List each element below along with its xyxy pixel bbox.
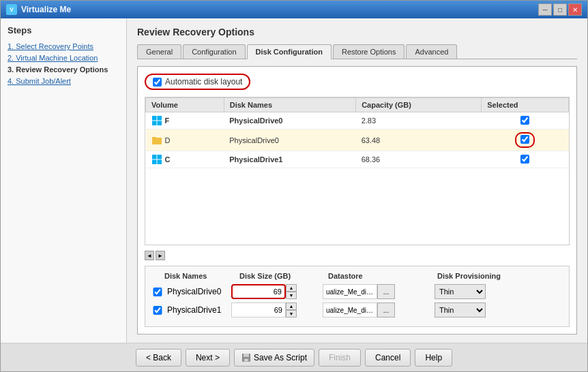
table-row: C PhysicalDrive1 68.36 — [146, 151, 569, 168]
cell-volume-d: D — [146, 129, 224, 151]
cancel-button[interactable]: Cancel — [365, 349, 411, 367]
title-controls: ─ □ ✕ — [538, 3, 582, 16]
window-title: Virtualize Me — [21, 5, 71, 14]
header-disk-names: Disk Names — [164, 272, 239, 280]
tab-disk-configuration[interactable]: Disk Configuration — [247, 44, 332, 59]
close-button[interactable]: ✕ — [568, 3, 582, 16]
cell-capacity-c: 68.36 — [356, 151, 482, 168]
provisioning-select-1[interactable]: Thin Thick — [435, 303, 486, 317]
sidebar-item-step4[interactable]: 4. Submit Job/Alert — [8, 77, 119, 85]
spinner-up-1[interactable]: ▲ — [286, 303, 297, 310]
provisioning-group-1: Thin Thick — [435, 303, 563, 317]
list-item: PhysicalDrive1 ▲ ▼ ... — [151, 303, 563, 317]
panel-title: Review Recovery Options — [137, 27, 577, 37]
tab-bar: General Configuration Disk Configuration… — [137, 44, 577, 59]
datastore-input-1[interactable] — [323, 303, 377, 317]
right-panel: Review Recovery Options General Configur… — [127, 18, 587, 343]
floppy-icon — [241, 353, 251, 362]
svg-rect-1 — [157, 116, 162, 121]
help-button[interactable]: Help — [415, 349, 452, 367]
bottom-checkbox-1[interactable] — [151, 306, 164, 315]
sidebar: Steps 1. Select Recovery Points 2. Virtu… — [1, 18, 127, 343]
footer: < Back Next > Save As Script Finish Canc… — [1, 343, 587, 371]
main-content: Steps 1. Select Recovery Points 2. Virtu… — [1, 18, 587, 343]
datastore-input-0[interactable] — [323, 284, 377, 299]
disk-table: Volume Disk Names Capacity (GB) Selected — [145, 97, 569, 168]
disk-table-wrapper: Volume Disk Names Capacity (GB) Selected — [145, 97, 570, 245]
bottom-disk-name-0: PhysicalDrive0 — [167, 287, 229, 296]
spinner-btns-0: ▲ ▼ — [286, 284, 297, 299]
provisioning-group-0: Thin Thick — [435, 284, 563, 299]
header-provisioning: Disk Provisioning — [437, 272, 563, 280]
save-script-label: Save As Script — [254, 353, 307, 362]
folder-icon — [151, 135, 162, 146]
save-script-button[interactable]: Save As Script — [234, 349, 314, 367]
cell-disk-c: PhysicalDrive1 — [224, 151, 355, 168]
tab-restore-options[interactable]: Restore Options — [333, 44, 405, 59]
back-button[interactable]: < Back — [136, 349, 181, 367]
auto-disk-layout-checkbox[interactable] — [153, 78, 162, 87]
tab-advanced[interactable]: Advanced — [406, 44, 457, 59]
checkbox-c[interactable] — [520, 155, 529, 164]
title-bar-left: V Virtualize Me — [6, 4, 71, 15]
sidebar-item-step2[interactable]: 2. Virtual Machine Location — [8, 54, 119, 62]
disk-size-input-1[interactable] — [231, 303, 286, 317]
disk-size-input-0[interactable] — [231, 284, 286, 299]
datastore-group-0: ... — [323, 284, 432, 299]
col-selected: Selected — [482, 98, 569, 112]
title-bar: V Virtualize Me ─ □ ✕ — [1, 1, 587, 18]
scroll-left-button[interactable]: ◄ — [145, 251, 154, 260]
volume-d-label: D — [165, 136, 171, 144]
svg-rect-13 — [245, 359, 248, 361]
cell-disk-d: PhysicalDrive0 — [224, 129, 355, 151]
tab-content-disk-configuration: Automatic disk layout Volume Disk Names … — [137, 66, 577, 335]
checkbox-f[interactable] — [520, 116, 529, 125]
cell-selected-f — [482, 112, 569, 129]
provisioning-select-0[interactable]: Thin Thick — [435, 284, 486, 299]
volume-f-label: F — [165, 117, 170, 125]
cell-selected-d — [482, 129, 569, 151]
app-icon: V — [6, 4, 17, 15]
browse-button-0[interactable]: ... — [377, 284, 395, 299]
minimize-button[interactable]: ─ — [538, 3, 552, 16]
main-window: V Virtualize Me ─ □ ✕ Steps 1. Select Re… — [0, 0, 588, 372]
svg-rect-0 — [152, 116, 157, 121]
scroll-right-button[interactable]: ► — [156, 251, 165, 260]
highlighted-checkbox-d — [515, 132, 535, 148]
next-button[interactable]: Next > — [186, 349, 230, 367]
auto-disk-layout-label: Automatic disk layout — [165, 77, 242, 87]
table-row: F PhysicalDrive0 2.83 — [146, 112, 569, 129]
spinner-up-0[interactable]: ▲ — [286, 284, 297, 292]
col-volume: Volume — [146, 98, 224, 112]
bottom-checkbox-0[interactable] — [151, 288, 164, 296]
scroll-indicator: ◄ ► — [145, 251, 570, 260]
spinner-down-1[interactable]: ▼ — [286, 310, 297, 317]
col-disk-names: Disk Names — [224, 98, 355, 112]
sidebar-item-step3: 3. Review Recovery Options — [8, 65, 119, 74]
svg-rect-8 — [152, 160, 157, 165]
tab-general[interactable]: General — [137, 44, 181, 59]
header-disk-size: Disk Size (GB) — [239, 272, 328, 280]
volume-c-label: C — [165, 155, 171, 164]
sidebar-item-step1[interactable]: 1. Select Recovery Points — [8, 42, 119, 50]
bottom-disk-section: Disk Names Disk Size (GB) Datastore Disk… — [145, 266, 570, 327]
svg-rect-2 — [152, 121, 157, 126]
svg-rect-5 — [152, 137, 156, 139]
disk-size-spinner-1: ▲ ▼ — [231, 303, 320, 317]
spinner-down-0[interactable]: ▼ — [286, 292, 297, 299]
windows-icon — [151, 115, 162, 126]
maximize-button[interactable]: □ — [553, 3, 567, 16]
cell-capacity-f: 2.83 — [356, 112, 482, 129]
checkbox-d[interactable] — [520, 135, 529, 144]
cell-volume-f: F — [146, 112, 224, 129]
disk-size-spinner-0: ▲ ▼ — [231, 284, 320, 299]
windows-icon-c — [151, 154, 162, 165]
datastore-group-1: ... — [323, 303, 432, 317]
browse-button-1[interactable]: ... — [377, 303, 395, 317]
tab-configuration[interactable]: Configuration — [183, 44, 245, 59]
finish-button[interactable]: Finish — [319, 349, 361, 367]
svg-rect-7 — [157, 155, 162, 159]
auto-disk-layout-group: Automatic disk layout — [145, 74, 250, 90]
table-row: D PhysicalDrive0 63.48 — [146, 129, 569, 151]
cell-disk-f: PhysicalDrive0 — [224, 112, 355, 129]
